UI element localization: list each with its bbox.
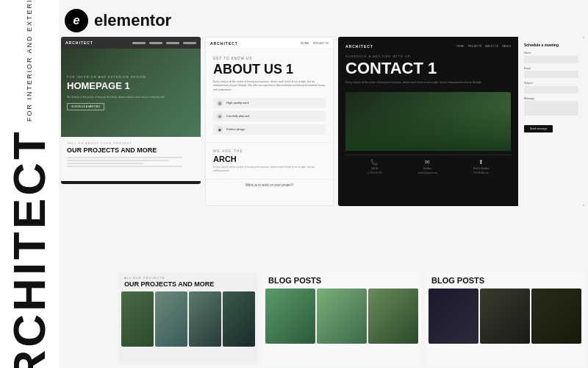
contact-email: ✉ Emailus contact@gmail.com — [417, 159, 437, 174]
blog-img-1-2 — [317, 289, 367, 344]
form-name-label: Name — [524, 52, 578, 54]
form-message-field: Message — [524, 97, 578, 116]
blog-img-2-3 — [531, 289, 581, 344]
feature-icon-1: ◎ — [217, 100, 223, 106]
contact-nav-about: ABOUT US — [485, 45, 498, 48]
projects-all-label: ALL OUR PROJECTS — [124, 276, 252, 280]
about-main-title: ABOUT US 1 — [213, 63, 326, 76]
project-text — [67, 157, 195, 167]
form-email-label: Email — [524, 67, 578, 70]
about-work-main: ARCH — [213, 155, 326, 163]
address-value: 89 Fifth Avenue — [473, 171, 489, 174]
text-line-3 — [67, 163, 143, 164]
blog-2-images — [426, 289, 584, 344]
project-img-2 — [155, 291, 187, 347]
phone-icon: 📞 — [370, 159, 378, 166]
contact-body-text: Every story is at the center of luxury a… — [345, 81, 511, 85]
sidebar-main-title: ARCHITECT — [7, 129, 52, 368]
about-work-section: WE ARE THE ARCH Every story is at the ce… — [206, 142, 333, 179]
homepage-hero: FOR INTERIOR AND EXTERIOR DESIGN HOMEPAG… — [61, 49, 201, 137]
hero-text: We believe in the power of beauty and st… — [67, 96, 195, 99]
form-name-field: Name — [524, 52, 578, 63]
projects-main-label: OUR PROJECTS AND MORE — [124, 280, 252, 288]
projects-bottom-panel: ALL OUR PROJECTS OUR PROJECTS AND MORE — [118, 272, 258, 364]
elementor-icon: e — [65, 9, 88, 32]
contact-nav-projects: PROJECTS — [468, 45, 482, 48]
address-icon: ⬆ — [478, 159, 484, 166]
project-img-1 — [121, 291, 154, 347]
nav-link-2 — [149, 42, 162, 44]
blog-2-title: BLOG POSTS — [431, 276, 578, 285]
sidebar-subtitle: FOR INTERIOR AND EXTERIOR DESIGN — [26, 0, 33, 121]
blog-panel-1: BLOG POSTS — [262, 272, 421, 364]
sidebar-text: FOR INTERIOR AND EXTERIOR DESIGN ARCHITE… — [7, 0, 52, 368]
email-value: contact@gmail.com — [417, 171, 437, 174]
feature-1: ◎ High-quality work — [213, 98, 326, 108]
about-work-text: Every story is at the center of luxury a… — [213, 166, 326, 173]
form-subject-field: Subject — [524, 82, 578, 93]
blog-img-2-1 — [429, 289, 478, 344]
contact-screenshot: ARCHITECT HOME PROJECTS ABOUT US PAGES S… — [338, 37, 584, 206]
text-line-1 — [67, 157, 182, 158]
homepage-nav-links — [132, 42, 196, 44]
hero-subtitle: FOR INTERIOR AND EXTERIOR DESIGN — [67, 75, 195, 79]
contact-nav: ARCHITECT HOME PROJECTS ABOUT US PAGES — [345, 44, 511, 49]
feature-icon-2: ⊙ — [217, 113, 223, 119]
hero-title: HOMEPAGE 1 — [67, 81, 195, 91]
about-nav: ARCHITECT HOME PROJECTS — [206, 38, 333, 49]
nav-link-1 — [132, 42, 146, 44]
email-icon: ✉ — [425, 159, 430, 166]
contact-schedule-label: SCHEDULE A MEETING WITH US — [345, 54, 511, 58]
blog-2-header: BLOG POSTS — [426, 272, 584, 289]
contact-nav-pages: PAGES — [502, 45, 511, 48]
project-img-3 — [189, 291, 221, 347]
left-sidebar: FOR INTERIOR AND EXTERIOR DESIGN ARCHITE… — [0, 0, 59, 368]
project-section: TELL US ABOUT YOUR PROJECT OUR PROJECTS … — [61, 137, 201, 181]
contact-main-title: CONTACT 1 — [345, 60, 511, 77]
contact-building-image — [345, 92, 511, 151]
phone-value: +1 704 347100 — [367, 171, 381, 174]
phone-label: Call Us — [371, 167, 379, 170]
about-nav-logo: ARCHITECT — [210, 41, 238, 46]
blog-img-1-3 — [368, 289, 418, 344]
text-line-2 — [67, 160, 169, 161]
about-hero: GET TO KNOW US ABOUT US 1 Every story is… — [206, 49, 333, 142]
contact-nav-home: HOME — [456, 45, 465, 48]
homepage-nav-logo: ARCHITECT — [65, 40, 93, 45]
about-features: ◎ High-quality work ⊙ Carefully planned … — [213, 98, 326, 135]
feature-icon-3: ◈ — [217, 127, 223, 132]
form-email-field: Email — [524, 67, 578, 79]
schedule-form-title: Schedule a meeting — [524, 43, 578, 47]
blog-1-images — [262, 289, 421, 344]
form-name-input[interactable] — [524, 56, 578, 63]
email-label: Emailus — [423, 167, 431, 170]
feature-2: ⊙ Carefully planned — [213, 111, 326, 121]
about-work-title: WE ARE THE — [213, 149, 326, 153]
contact-form-panel: Schedule a meeting Name Email Subject — [518, 37, 584, 206]
feature-text-1: High-quality work — [226, 101, 249, 105]
form-subject-input[interactable] — [524, 86, 578, 93]
hero-btn: SCHEDULE A MEETING — [67, 103, 104, 110]
form-message-input[interactable] — [524, 101, 578, 116]
feature-text-3: Perfect design — [226, 127, 245, 131]
contact-phone: 📞 Call Us +1 704 347100 — [367, 159, 381, 174]
nav-link-3 — [166, 42, 179, 44]
about-body-text: Every story is at the center of luxury a… — [213, 80, 326, 92]
building-gradient — [345, 107, 511, 151]
projects-bottom-header: ALL OUR PROJECTS OUR PROJECTS AND MORE — [118, 272, 258, 291]
about-cta: Want us to work on your project? — [206, 179, 333, 191]
contact-nav-links: HOME PROJECTS ABOUT US PAGES — [456, 45, 511, 48]
elementor-badge: e elementor — [65, 9, 171, 32]
elementor-letter: e — [74, 14, 80, 27]
feature-text-2: Carefully planned — [226, 114, 249, 118]
about-nav-links: HOME PROJECTS — [301, 41, 329, 45]
project-label: TELL US ABOUT YOUR PROJECT — [67, 141, 195, 145]
about-nav-home: HOME — [301, 41, 309, 45]
contact-left: ARCHITECT HOME PROJECTS ABOUT US PAGES S… — [338, 37, 518, 206]
contact-nav-logo: ARCHITECT — [345, 44, 373, 49]
blog-1-title: BLOG POSTS — [268, 276, 415, 285]
form-email-input[interactable] — [524, 71, 578, 78]
text-line-4 — [67, 166, 182, 167]
bottom-panels: ALL OUR PROJECTS OUR PROJECTS AND MORE B… — [118, 272, 584, 364]
form-submit-btn[interactable]: Send message — [524, 125, 553, 132]
